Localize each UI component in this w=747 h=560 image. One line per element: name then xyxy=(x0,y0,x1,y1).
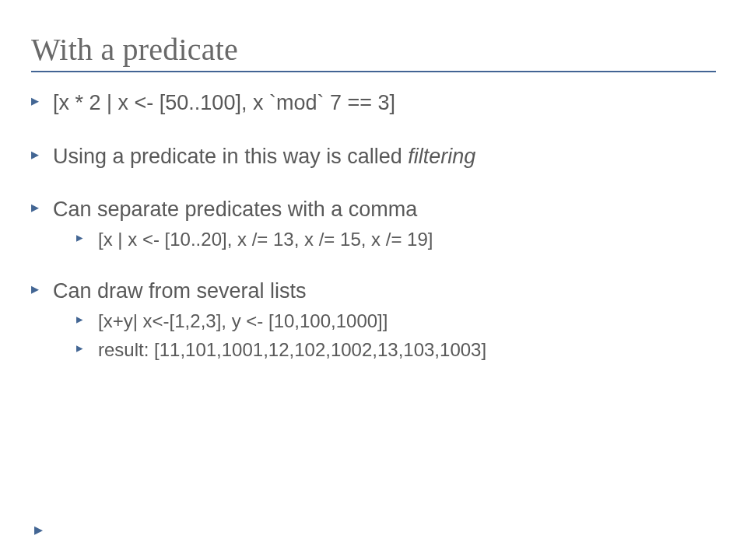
bullet-1: [x * 2 | x <- [50..100], x `mod` 7 == 3] xyxy=(31,89,716,117)
slide: With a predicate [x * 2 | x <- [50..100]… xyxy=(0,0,747,560)
bullet-4-text: Can draw from several lists xyxy=(53,279,307,303)
slide-content: [x * 2 | x <- [50..100], x `mod` 7 == 3]… xyxy=(31,89,716,362)
bullet-3-sub-1-text: [x | x <- [10..20], x /= 13, x /= 15, x … xyxy=(98,229,433,250)
chevron-right-icon: ▸ xyxy=(34,520,43,540)
bullet-3-text: Can separate predicates with a comma xyxy=(53,198,417,221)
bullet-4-sub-1-text: [x+y| x<-[1,2,3], y <- [10,100,1000]] xyxy=(98,310,388,331)
bullet-2-text-pre: Using a predicate in this way is called xyxy=(53,145,408,168)
bullet-1-text: [x * 2 | x <- [50..100], x `mod` 7 == 3] xyxy=(53,91,395,114)
title-rule xyxy=(31,71,716,72)
bullet-4-sub-2-text: result: [11,101,1001,12,102,1002,13,103,… xyxy=(98,339,486,360)
bullet-4-sub-1: [x+y| x<-[1,2,3], y <- [10,100,1000]] xyxy=(76,310,716,334)
bullet-3-sublist: [x | x <- [10..20], x /= 13, x /= 15, x … xyxy=(53,228,716,252)
bullet-3: Can separate predicates with a comma [x … xyxy=(31,196,716,251)
bullet-2: Using a predicate in this way is called … xyxy=(31,143,716,170)
slide-title: With a predicate xyxy=(31,31,716,68)
bullet-4-sublist: [x+y| x<-[1,2,3], y <- [10,100,1000]] re… xyxy=(53,310,716,362)
bullet-3-sub-1: [x | x <- [10..20], x /= 13, x /= 15, x … xyxy=(76,228,716,252)
bullet-2-text-em: filtering xyxy=(408,145,475,168)
bullet-4-sub-2: result: [11,101,1001,12,102,1002,13,103,… xyxy=(76,338,716,362)
bullet-list: [x * 2 | x <- [50..100], x `mod` 7 == 3]… xyxy=(31,89,716,362)
bullet-4: Can draw from several lists [x+y| x<-[1,… xyxy=(31,278,716,362)
